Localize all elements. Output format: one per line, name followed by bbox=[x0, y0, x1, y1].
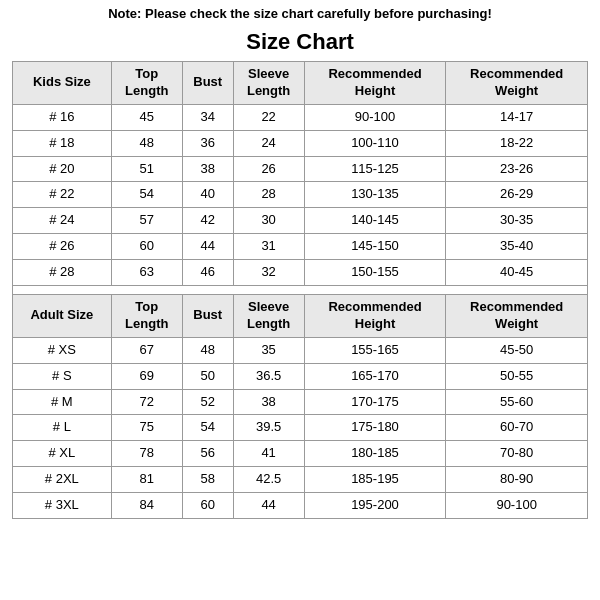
kids-cell: 51 bbox=[111, 156, 182, 182]
adult-cell: 58 bbox=[182, 467, 233, 493]
kids-cell: 26-29 bbox=[446, 182, 588, 208]
kids-col-height: RecommendedHeight bbox=[304, 62, 446, 105]
adult-table-row: # 2XL815842.5185-19580-90 bbox=[13, 467, 588, 493]
kids-cell: 14-17 bbox=[446, 104, 588, 130]
adult-col-bust: Bust bbox=[182, 295, 233, 338]
adult-cell: 165-170 bbox=[304, 363, 446, 389]
kids-cell: # 26 bbox=[13, 234, 112, 260]
kids-cell: 54 bbox=[111, 182, 182, 208]
adult-cell: 175-180 bbox=[304, 415, 446, 441]
adult-header: Adult Size TopLength Bust SleeveLength R… bbox=[13, 295, 588, 338]
kids-col-weight: RecommendedWeight bbox=[446, 62, 588, 105]
adult-cell: 180-185 bbox=[304, 441, 446, 467]
adult-table-row: # L755439.5175-18060-70 bbox=[13, 415, 588, 441]
kids-cell: 145-150 bbox=[304, 234, 446, 260]
adult-cell: 155-165 bbox=[304, 337, 446, 363]
adult-col-height: RecommendedHeight bbox=[304, 295, 446, 338]
adult-cell: 55-60 bbox=[446, 389, 588, 415]
kids-cell: 48 bbox=[111, 130, 182, 156]
adult-body: # XS674835155-16545-50# S695036.5165-170… bbox=[13, 337, 588, 518]
adult-cell: 41 bbox=[233, 441, 304, 467]
adult-col-top-length: TopLength bbox=[111, 295, 182, 338]
kids-col-sleeve: SleeveLength bbox=[233, 62, 304, 105]
kids-cell: 100-110 bbox=[304, 130, 446, 156]
kids-cell: 90-100 bbox=[304, 104, 446, 130]
adult-cell: 50 bbox=[182, 363, 233, 389]
kids-cell: 44 bbox=[182, 234, 233, 260]
kids-cell: 28 bbox=[233, 182, 304, 208]
adult-table-row: # XL785641180-18570-80 bbox=[13, 441, 588, 467]
kids-col-top-length: TopLength bbox=[111, 62, 182, 105]
kids-body: # 1645342290-10014-17# 18483624100-11018… bbox=[13, 104, 588, 285]
adult-cell: 185-195 bbox=[304, 467, 446, 493]
note: Note: Please check the size chart carefu… bbox=[0, 0, 600, 25]
adult-col-weight: RecommendedWeight bbox=[446, 295, 588, 338]
spacer-row bbox=[13, 286, 588, 295]
adult-cell: 69 bbox=[111, 363, 182, 389]
adult-cell: # XL bbox=[13, 441, 112, 467]
adult-cell: 67 bbox=[111, 337, 182, 363]
adult-cell: 72 bbox=[111, 389, 182, 415]
kids-cell: 18-22 bbox=[446, 130, 588, 156]
adult-cell: 75 bbox=[111, 415, 182, 441]
kids-header: Kids Size TopLength Bust SleeveLength Re… bbox=[13, 62, 588, 105]
kids-table-row: # 1645342290-10014-17 bbox=[13, 104, 588, 130]
kids-cell: # 22 bbox=[13, 182, 112, 208]
adult-cell: 42.5 bbox=[233, 467, 304, 493]
kids-table-row: # 18483624100-11018-22 bbox=[13, 130, 588, 156]
adult-cell: 35 bbox=[233, 337, 304, 363]
kids-col-bust: Bust bbox=[182, 62, 233, 105]
adult-table-row: # S695036.5165-17050-55 bbox=[13, 363, 588, 389]
adult-cell: # L bbox=[13, 415, 112, 441]
kids-cell: 45 bbox=[111, 104, 182, 130]
adult-cell: 50-55 bbox=[446, 363, 588, 389]
adult-cell: # M bbox=[13, 389, 112, 415]
adult-cell: 81 bbox=[111, 467, 182, 493]
adult-cell: 170-175 bbox=[304, 389, 446, 415]
kids-cell: # 16 bbox=[13, 104, 112, 130]
kids-cell: # 18 bbox=[13, 130, 112, 156]
kids-cell: 23-26 bbox=[446, 156, 588, 182]
kids-cell: 26 bbox=[233, 156, 304, 182]
title: Size Chart bbox=[0, 25, 600, 61]
kids-cell: 150-155 bbox=[304, 260, 446, 286]
kids-cell: 32 bbox=[233, 260, 304, 286]
adult-cell: 90-100 bbox=[446, 493, 588, 519]
kids-cell: 140-145 bbox=[304, 208, 446, 234]
kids-cell: 22 bbox=[233, 104, 304, 130]
kids-cell: 36 bbox=[182, 130, 233, 156]
adult-cell: 56 bbox=[182, 441, 233, 467]
adult-header-row: Adult Size TopLength Bust SleeveLength R… bbox=[13, 295, 588, 338]
kids-table-row: # 22544028130-13526-29 bbox=[13, 182, 588, 208]
kids-cell: 42 bbox=[182, 208, 233, 234]
kids-cell: 130-135 bbox=[304, 182, 446, 208]
adult-cell: # XS bbox=[13, 337, 112, 363]
adult-cell: 44 bbox=[233, 493, 304, 519]
kids-cell: 30 bbox=[233, 208, 304, 234]
kids-cell: 30-35 bbox=[446, 208, 588, 234]
adult-cell: 38 bbox=[233, 389, 304, 415]
kids-cell: 34 bbox=[182, 104, 233, 130]
adult-cell: 36.5 bbox=[233, 363, 304, 389]
adult-table-row: # 3XL846044195-20090-100 bbox=[13, 493, 588, 519]
kids-cell: 115-125 bbox=[304, 156, 446, 182]
adult-cell: 84 bbox=[111, 493, 182, 519]
adult-cell: 39.5 bbox=[233, 415, 304, 441]
adult-cell: 54 bbox=[182, 415, 233, 441]
adult-col-size: Adult Size bbox=[13, 295, 112, 338]
kids-cell: 40-45 bbox=[446, 260, 588, 286]
kids-cell: # 28 bbox=[13, 260, 112, 286]
kids-cell: # 24 bbox=[13, 208, 112, 234]
kids-table-row: # 28634632150-15540-45 bbox=[13, 260, 588, 286]
kids-table-row: # 24574230140-14530-35 bbox=[13, 208, 588, 234]
kids-table-row: # 20513826115-12523-26 bbox=[13, 156, 588, 182]
adult-cell: 48 bbox=[182, 337, 233, 363]
adult-table-row: # XS674835155-16545-50 bbox=[13, 337, 588, 363]
kids-header-row: Kids Size TopLength Bust SleeveLength Re… bbox=[13, 62, 588, 105]
kids-cell: 63 bbox=[111, 260, 182, 286]
kids-cell: 46 bbox=[182, 260, 233, 286]
adult-table-row: # M725238170-17555-60 bbox=[13, 389, 588, 415]
size-chart-table: Kids Size TopLength Bust SleeveLength Re… bbox=[12, 61, 588, 519]
adult-cell: 45-50 bbox=[446, 337, 588, 363]
kids-cell: 24 bbox=[233, 130, 304, 156]
